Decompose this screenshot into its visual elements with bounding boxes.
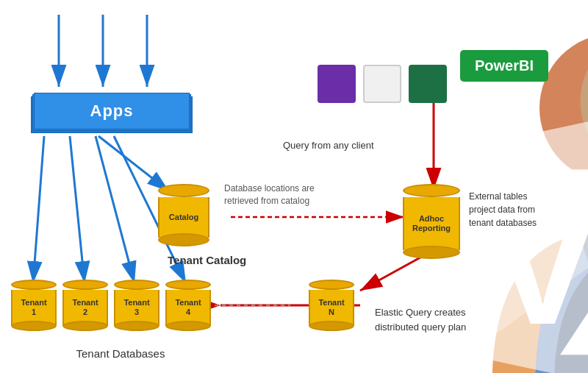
svg-line-10 [96,136,135,283]
svg-text:X: X [558,111,588,373]
tenant-catalog-label: Tenant Catalog [168,254,246,266]
catalog-label: Catalog [169,213,198,222]
apps-box: Apps [18,90,206,136]
apps-stacked-box: Apps [31,93,193,133]
tenant4-label: Tenant4 [175,298,201,317]
powerbi-button[interactable]: PowerBI [460,50,548,82]
tenant-databases-label: Tenant Databases [18,347,223,360]
tenant1-label: Tenant1 [21,298,46,317]
elastic-query-label: Elastic Query createsdistributed query p… [375,305,466,334]
tenant3-cylinder: Tenant3 [114,280,159,331]
db-locations-label: Database locations areretrieved from cat… [224,182,315,207]
tools-icon [363,65,401,103]
catalog-cyl-bottom [158,233,209,246]
vs-icon: V [318,65,356,103]
tenant1-cylinder: Tenant1 [11,280,57,331]
tenant2-cylinder: Tenant2 [62,280,108,331]
tenant4-cylinder: Tenant4 [165,280,211,331]
powerbi-label: PowerBI [475,57,534,74]
diagram: Apps Catalog Tenant1 Tenant2 Tenant3 [0,0,588,373]
external-tables-label: External tablesproject data fromtenant d… [469,190,537,230]
svg-line-9 [70,136,85,283]
tenant3-label: Tenant3 [123,298,149,317]
query-from-client-label: Query from any client [283,140,374,151]
apps-label: Apps [90,102,134,121]
tenant2-label: Tenant2 [72,298,98,317]
catalog-cyl-top [158,184,209,197]
excel-icon: X [409,65,447,103]
catalog-cylinder: Catalog [158,184,209,246]
catalog-cyl-body: Catalog [158,197,209,238]
svg-line-8 [33,136,44,283]
apps-layer-3: Apps [34,93,190,129]
